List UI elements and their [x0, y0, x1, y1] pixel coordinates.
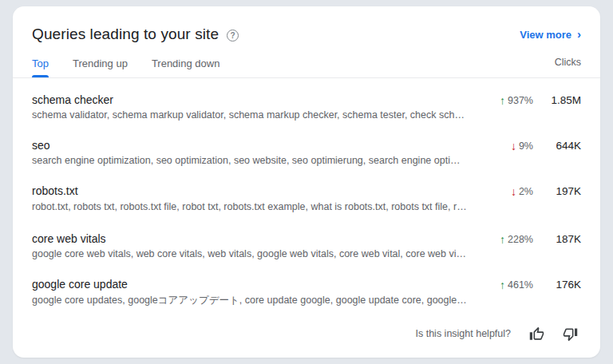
trend-change: ↑ 937% — [500, 95, 533, 106]
change-percent: 937% — [508, 95, 533, 106]
view-more-link[interactable]: View more › — [520, 29, 581, 41]
thumbs-down-icon[interactable] — [562, 326, 578, 342]
query-row[interactable]: core web vitals google core web vitals, … — [32, 224, 581, 269]
clicks-value: 1.85M — [546, 94, 581, 106]
query-row-main: seo search engine optimization, seo opti… — [32, 139, 479, 166]
query-title: seo — [32, 139, 468, 152]
clicks-value: 187K — [546, 233, 581, 245]
tabs-bar: Top Trending up Trending down Clicks — [13, 51, 600, 78]
page-title: Queries leading to your site — [32, 26, 219, 43]
query-row[interactable]: robots.txt robot.txt, robots txt, robots… — [32, 176, 581, 224]
trend-change: ↓ 2% — [511, 186, 533, 197]
query-related-terms: schema validator, schema markup validato… — [32, 109, 468, 121]
query-title: schema checker — [32, 93, 468, 106]
query-row-metrics: ↑ 937% 1.85M — [479, 93, 581, 106]
query-title: google core update — [32, 278, 468, 291]
tab-trending-down[interactable]: Trending down — [152, 51, 220, 77]
query-row-main: schema checker schema validator, schema … — [32, 93, 479, 121]
feedback-prompt: Is this insight helpful? — [415, 328, 511, 339]
card-header: Queries leading to your site ? View more… — [13, 6, 600, 51]
title-wrap: Queries leading to your site ? — [32, 26, 239, 43]
clicks-value: 197K — [546, 185, 581, 197]
tab-trending-up[interactable]: Trending up — [73, 51, 128, 77]
query-row-metrics: ↑ 228% 187K — [479, 232, 581, 245]
queries-insight-card: Queries leading to your site ? View more… — [13, 6, 600, 358]
change-percent: 2% — [519, 186, 533, 197]
trend-up-icon: ↑ — [500, 279, 505, 291]
query-title: robots.txt — [32, 184, 468, 197]
card-footer: Is this insight helpful? — [13, 326, 600, 358]
query-related-terms: google core updates, googleコアアップデート, cor… — [32, 294, 468, 307]
query-list: schema checker schema validator, schema … — [13, 78, 600, 326]
query-row-main: robots.txt robot.txt, robots txt, robots… — [32, 184, 479, 214]
tabs: Top Trending up Trending down — [32, 51, 219, 77]
view-more-label: View more — [520, 29, 571, 41]
trend-down-icon: ↓ — [511, 140, 516, 152]
query-row-metrics: ↑ 461% 176K — [479, 278, 581, 291]
query-row[interactable]: seo search engine optimization, seo opti… — [32, 130, 581, 176]
thumbs-up-icon[interactable] — [528, 326, 544, 342]
clicks-value: 176K — [546, 279, 581, 291]
change-percent: 228% — [508, 234, 533, 245]
query-title: core web vitals — [32, 232, 468, 245]
help-icon[interactable]: ? — [227, 30, 239, 42]
chevron-right-icon: › — [577, 28, 581, 40]
query-row-metrics: ↓ 2% 197K — [479, 184, 581, 197]
trend-up-icon: ↑ — [500, 95, 505, 106]
query-row-main: google core update google core updates, … — [32, 278, 479, 307]
query-row-metrics: ↓ 9% 644K — [479, 139, 581, 152]
query-related-terms: search engine optimization, seo optimiza… — [32, 155, 468, 166]
tab-top[interactable]: Top — [32, 51, 49, 77]
query-related-terms: google core web vitals, web core vitals,… — [32, 248, 468, 259]
trend-change: ↑ 461% — [500, 279, 533, 291]
query-row-main: core web vitals google core web vitals, … — [32, 232, 479, 259]
change-percent: 461% — [508, 279, 533, 291]
trend-change: ↑ 228% — [500, 234, 533, 245]
query-related-terms: robot.txt, robots txt, robots.txt file, … — [32, 200, 468, 214]
clicks-value: 644K — [546, 140, 581, 152]
trend-change: ↓ 9% — [511, 140, 533, 152]
clicks-column-header: Clicks — [555, 57, 581, 77]
change-percent: 9% — [519, 140, 533, 152]
query-row[interactable]: google core update google core updates, … — [32, 269, 581, 317]
trend-up-icon: ↑ — [500, 234, 505, 245]
query-row[interactable]: schema checker schema validator, schema … — [32, 85, 581, 130]
trend-down-icon: ↓ — [511, 186, 516, 197]
